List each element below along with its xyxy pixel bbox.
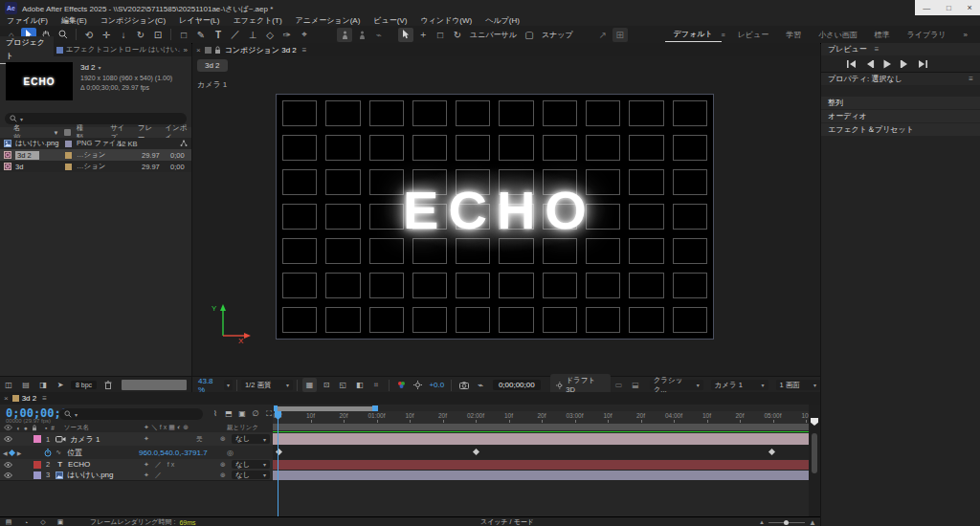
region-of-interest-icon[interactable]: ⊡ xyxy=(319,378,333,392)
work-area-bar[interactable] xyxy=(273,424,809,430)
graph-icon[interactable]: ∿ xyxy=(56,449,61,456)
gizmo-position-icon[interactable]: ＋ xyxy=(415,28,431,42)
echo-layer-bar[interactable] xyxy=(273,460,809,470)
layer-name[interactable]: ECHO xyxy=(68,460,90,469)
camera-settings-icon[interactable]: ▣ xyxy=(53,518,68,526)
label-swatch[interactable] xyxy=(33,461,41,469)
menu-item-4[interactable]: エフェクト(T) xyxy=(226,16,288,26)
layer-name[interactable]: はいけい.png xyxy=(67,470,113,480)
source-name-column[interactable]: ソース名 xyxy=(64,424,89,432)
menu-item-2[interactable]: コンポジション(C) xyxy=(94,16,172,26)
workspace-tab[interactable]: 標準 xyxy=(866,28,899,42)
project-search-input[interactable]: ▾ xyxy=(5,113,187,124)
snap-label[interactable]: スナップ xyxy=(542,30,573,40)
local-axis-mode-icon[interactable] xyxy=(337,28,352,42)
channel-select-icon[interactable] xyxy=(394,378,409,392)
tab-overflow-icon[interactable]: » xyxy=(180,46,191,55)
workspace-tab[interactable]: 学習 xyxy=(777,28,810,42)
menu-item-1[interactable]: 編集(E) xyxy=(55,16,94,26)
resolution-dropdown[interactable]: 1/2 画質▾ xyxy=(241,380,293,390)
panel-menu-icon[interactable]: ≡ xyxy=(302,46,307,55)
camera-layer-bar[interactable] xyxy=(273,433,809,445)
play-button[interactable] xyxy=(882,59,892,69)
parent-link-column[interactable]: 親とリンク xyxy=(227,424,258,432)
eraser-tool-icon[interactable]: ◇ xyxy=(262,28,278,42)
label-column-icon[interactable] xyxy=(64,129,70,136)
expand-layers-icon[interactable]: ▤ xyxy=(1,518,16,526)
keyframe[interactable] xyxy=(768,449,775,455)
dolly-camera-tool-icon[interactable]: ↓ xyxy=(116,28,131,42)
workspace-tab[interactable]: デフォルト xyxy=(665,27,722,42)
comp-marker-bin-icon[interactable] xyxy=(811,418,818,426)
label-swatch[interactable] xyxy=(33,471,41,479)
frameio-icon[interactable]: ➤ xyxy=(53,378,68,392)
position-value[interactable]: 960.0,540.0,-3791.7 xyxy=(139,449,208,457)
effects-presets-panel-header[interactable]: エフェクト＆プリセット xyxy=(821,123,980,136)
mask-visibility-icon[interactable]: ◱ xyxy=(336,378,350,392)
ground-plane-icon[interactable]: ▭ xyxy=(612,378,626,392)
table-row-selected[interactable]: 3d 2 …ション 29.97 0;00 xyxy=(0,149,191,161)
previous-frame-button[interactable] xyxy=(864,59,875,69)
gizmo-rotate-icon[interactable]: ↻ xyxy=(450,28,465,42)
magnification-value[interactable]: 43.8 % xyxy=(198,377,221,394)
gizmo-scale-icon[interactable]: □ xyxy=(433,28,448,42)
add-keyframe-icon[interactable]: ◎ xyxy=(227,449,234,457)
new-composition-icon[interactable]: ◨ xyxy=(35,378,51,392)
transparency-grid-icon[interactable]: ▦ xyxy=(302,378,317,392)
menu-item-7[interactable]: ウィンドウ(W) xyxy=(413,16,479,26)
interpret-footage-icon[interactable]: ◫ xyxy=(1,378,16,392)
prev-keyframe-icon[interactable]: ◀ xyxy=(3,449,8,456)
preview-menu-icon[interactable]: ≡ xyxy=(875,43,880,55)
audio-panel-header[interactable]: オーディオ xyxy=(821,110,980,122)
properties-panel-title[interactable]: プロパティ: 選択なし xyxy=(828,73,902,85)
workspace-tab[interactable]: レビュー xyxy=(729,28,778,42)
render-settings-icon[interactable]: ◔ xyxy=(18,518,33,526)
clone-stamp-tool-icon[interactable]: ⊥ xyxy=(245,28,260,42)
extended-viewer-icon[interactable]: ⬓ xyxy=(628,378,642,392)
minimize-button[interactable]: — xyxy=(923,4,930,12)
eye-icon[interactable] xyxy=(4,472,12,478)
composition-tab-title[interactable]: コンポジション 3d 2 xyxy=(225,45,297,55)
position-property-row[interactable]: ◀ ▶ ∿ 位置 960.0,540.0,-3791.7 ◎ xyxy=(0,446,273,460)
lock-icon[interactable] xyxy=(214,46,221,55)
background-layer-bar[interactable] xyxy=(273,471,809,480)
stopwatch-icon[interactable] xyxy=(44,449,52,457)
snap-toggle-icon[interactable]: ▢ xyxy=(522,28,537,42)
magnification-dropdown-icon[interactable]: ▾ xyxy=(224,380,233,390)
layer-name[interactable]: カメラ 1 xyxy=(70,434,100,445)
viewer-timecode[interactable]: 0;00;00;00 xyxy=(493,380,541,390)
new-folder-icon[interactable]: ▤ xyxy=(18,378,33,392)
tab-project[interactable]: プロジェクト xyxy=(0,36,54,64)
parent-dropdown[interactable]: なし▾ xyxy=(232,471,270,479)
exposure-value[interactable]: +0.0 xyxy=(429,381,444,389)
close-tab-icon[interactable]: × xyxy=(0,394,12,403)
next-keyframe-icon[interactable]: ▶ xyxy=(17,449,22,456)
expression-icon[interactable]: ◇ xyxy=(35,518,51,526)
parent-dropdown[interactable]: なし▾ xyxy=(232,460,270,469)
timeline-search-input[interactable]: ▾ xyxy=(59,408,203,420)
parent-dropdown[interactable]: なし▾ xyxy=(232,434,270,444)
zoom-in-mountain-icon[interactable]: ▲ xyxy=(809,518,816,526)
shared-views-icon[interactable]: ↗ xyxy=(595,28,611,42)
text-tool-icon[interactable]: T xyxy=(211,28,226,42)
snapshot-camera-icon[interactable] xyxy=(457,378,471,392)
workspace-menu-icon[interactable]: ≡ xyxy=(722,32,725,38)
workspace-tab[interactable]: ライブラリ xyxy=(899,28,955,42)
pan-camera-tool-icon[interactable]: ✛ xyxy=(99,28,114,42)
project-info-name[interactable]: 3d 2▾ xyxy=(80,63,101,72)
menu-item-0[interactable]: ファイル(F) xyxy=(0,16,55,26)
menu-item-5[interactable]: アニメーション(A) xyxy=(289,16,368,26)
timeline-tab-title[interactable]: 3d 2 xyxy=(22,394,37,403)
vertical-scrollbar[interactable] xyxy=(812,433,817,473)
layer-row-camera[interactable]: 1 カメラ 1 ✦ 웃 ⊛ なし▾ xyxy=(0,432,273,447)
menu-item-6[interactable]: ビュー(V) xyxy=(367,16,413,26)
tab-effect-controls[interactable]: エフェクトコントロール はいけい.png xyxy=(66,45,180,55)
next-frame-button[interactable] xyxy=(900,59,910,69)
label-swatch[interactable] xyxy=(65,141,72,147)
label-swatch[interactable] xyxy=(65,164,72,170)
close-button[interactable]: × xyxy=(967,3,971,12)
rectangle-tool-icon[interactable]: □ xyxy=(176,28,191,42)
close-tab-icon[interactable]: × xyxy=(192,46,205,55)
last-frame-button[interactable] xyxy=(918,59,928,69)
roto-brush-tool-icon[interactable]: ✑ xyxy=(279,28,295,42)
